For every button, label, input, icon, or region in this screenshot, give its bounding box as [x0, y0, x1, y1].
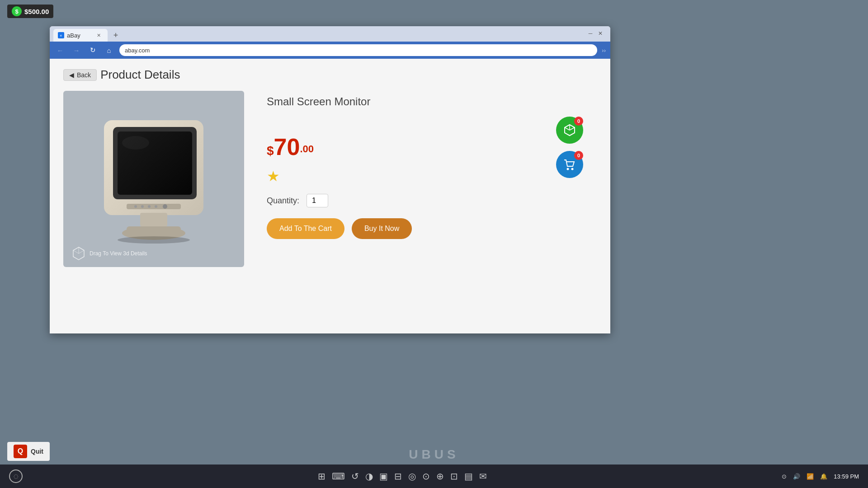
quantity-input[interactable] [307, 194, 328, 207]
desktop-top-bar: $ $500.00 [0, 0, 868, 23]
svg-point-5 [134, 205, 137, 208]
back-row: ◀ Back Product Details [63, 68, 597, 82]
home-button[interactable]: ⌂ [103, 44, 115, 56]
tab-close-button[interactable]: ✕ [95, 32, 102, 39]
quit-icon: Q [14, 445, 27, 458]
svg-point-7 [148, 205, 151, 208]
address-input[interactable]: abay.com [119, 44, 597, 56]
quit-label: Quit [31, 448, 43, 455]
taskbar-icon-target[interactable]: ◎ [408, 471, 416, 482]
price-dollar: $ [267, 144, 274, 158]
url-text: abay.com [125, 47, 150, 54]
price-main: 70 [274, 134, 300, 160]
svg-point-23 [571, 168, 574, 170]
svg-line-21 [570, 127, 575, 130]
cube-icon [71, 245, 87, 262]
taskbar-icon-wifi[interactable]: 📶 [807, 473, 814, 480]
product-image [90, 111, 217, 247]
svg-line-20 [565, 127, 570, 130]
tab-bar: e aBay ✕ + ─ ✕ [50, 26, 610, 42]
quit-button[interactable]: Q Quit [7, 442, 50, 461]
product-name: Small Screen Monitor [267, 95, 597, 108]
svg-point-6 [141, 205, 144, 208]
box-badge: 0 [574, 117, 583, 126]
quantity-label: Quantity: [267, 196, 299, 206]
svg-point-3 [122, 136, 149, 150]
box-icon [563, 123, 576, 137]
taskbar-icon-minus-square[interactable]: ⊟ [394, 471, 402, 482]
taskbar-icon-volume[interactable]: 🔊 [793, 473, 800, 480]
back-button[interactable]: ◀ Back [63, 69, 97, 81]
page-title: Product Details [100, 68, 180, 82]
floating-cart-button[interactable]: 0 [556, 151, 583, 178]
product-image-container: Drag To View 3d Details [63, 91, 244, 267]
taskbar-icon-chat[interactable]: ✉ [479, 471, 487, 482]
cart-icon [563, 158, 576, 171]
taskbar-icon-monitor[interactable]: ▤ [464, 471, 473, 482]
taskbar-center: ⊞ ⌨ ↺ ◑ ▣ ⊟ ◎ ⊙ ⊕ ⊡ ▤ ✉ [23, 471, 782, 482]
svg-point-8 [155, 205, 157, 208]
action-buttons: Add To The Cart Buy It Now [267, 218, 597, 239]
new-tab-button[interactable]: + [109, 29, 122, 42]
tab-favicon: e [58, 32, 64, 38]
window-controls: ─ ✕ [586, 26, 607, 38]
minimize-button[interactable]: ─ [586, 29, 595, 38]
close-button[interactable]: ✕ [596, 29, 605, 38]
back-nav-button[interactable]: ← [54, 44, 66, 56]
money-badge: $ $500.00 [7, 5, 53, 18]
money-amount: $500.00 [24, 8, 49, 15]
taskbar-icon-refresh[interactable]: ↺ [351, 471, 359, 482]
browser-window: e aBay ✕ + ─ ✕ ← → ↻ ⌂ abay.com ›› ◀ Bac… [50, 26, 610, 333]
taskbar-icon-grid2[interactable]: ⊡ [450, 471, 458, 482]
taskbar-time: 13:59 PM [834, 473, 859, 480]
product-price: $70.00 [267, 135, 597, 159]
address-right-icon: ›› [602, 47, 606, 54]
taskbar-icon-grid[interactable]: ⊞ [318, 471, 326, 482]
tab-title: aBay [67, 32, 80, 39]
money-icon: $ [12, 6, 22, 16]
svg-line-16 [73, 250, 79, 253]
taskbar-icon-dot-circle[interactable]: ⊙ [422, 471, 430, 482]
svg-rect-10 [140, 213, 167, 226]
floating-box-button[interactable]: 0 [556, 117, 583, 144]
taskbar-icon-bell[interactable]: 🔔 [820, 473, 827, 480]
taskbar: ◌ ⊞ ⌨ ↺ ◑ ▣ ⊟ ◎ ⊙ ⊕ ⊡ ▤ ✉ ⊙ 🔊 📶 🔔 13:59 … [0, 465, 868, 488]
taskbar-icon-square[interactable]: ▣ [379, 471, 388, 482]
cart-badge: 0 [574, 151, 583, 160]
price-cents: .00 [300, 143, 314, 155]
taskbar-right: ⊙ 🔊 📶 🔔 13:59 PM [782, 473, 859, 480]
buy-it-now-button[interactable]: Buy It Now [352, 218, 412, 239]
svg-point-9 [163, 204, 167, 209]
taskbar-icon-plus-circle[interactable]: ⊕ [436, 471, 444, 482]
back-label: Back [77, 71, 91, 79]
address-bar: ← → ↻ ⌂ abay.com ›› [50, 42, 610, 59]
svg-line-17 [79, 250, 84, 253]
taskbar-icon-circle[interactable]: ◑ [365, 471, 373, 482]
svg-rect-12 [127, 226, 181, 235]
taskbar-icon-display[interactable]: ⊙ [782, 473, 787, 480]
forward-nav-button[interactable]: → [71, 44, 82, 56]
product-layout: Drag To View 3d Details Small Screen Mon… [63, 91, 597, 267]
taskbar-left-indicator: ◌ [9, 469, 23, 483]
quantity-row: Quantity: [267, 194, 597, 207]
3d-hint: Drag To View 3d Details [71, 245, 147, 262]
product-info: Small Screen Monitor $70.00 ★ Quantity: … [267, 91, 597, 239]
drag-hint-text: Drag To View 3d Details [90, 250, 147, 257]
back-arrow-icon: ◀ [69, 71, 74, 79]
ubus-label: UBUS [409, 447, 459, 462]
refresh-button[interactable]: ↻ [87, 44, 99, 56]
browser-tab[interactable]: e aBay ✕ [53, 29, 108, 42]
page-content: ◀ Back Product Details [50, 59, 610, 333]
svg-point-13 [118, 236, 190, 244]
taskbar-icon-terminal[interactable]: ⌨ [332, 471, 345, 482]
svg-point-22 [567, 168, 569, 170]
star-rating: ★ [267, 168, 597, 185]
add-to-cart-button[interactable]: Add To The Cart [267, 218, 344, 239]
